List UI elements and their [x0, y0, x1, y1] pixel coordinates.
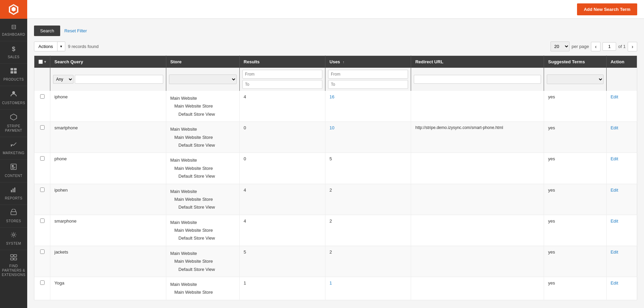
uses-sort-icon: ↑ [343, 60, 344, 64]
col-search-query: Search Query [50, 56, 166, 68]
svg-rect-19 [14, 258, 17, 260]
svg-point-15 [13, 234, 15, 236]
main-content: Add New Search Term Search Reset Filter … [27, 0, 644, 308]
search-query-cell: Yoga [50, 277, 166, 300]
table-row: smarphoneMain WebsiteMain Website StoreD… [34, 215, 637, 246]
prev-page-button[interactable]: ‹ [591, 42, 600, 51]
action-cell[interactable]: Edit [606, 153, 637, 184]
suggested-terms-cell: yes [544, 246, 607, 277]
col-action: Action [606, 56, 637, 68]
row-checkbox[interactable] [40, 94, 45, 99]
row-checkbox[interactable] [40, 218, 45, 223]
sidebar-item-sales[interactable]: $ SALES [0, 41, 27, 63]
col-store: Store [166, 56, 239, 68]
sidebar-item-system[interactable]: SYSTEM [0, 227, 27, 250]
sidebar-item-products[interactable]: PRODUCTS [0, 63, 27, 86]
edit-link[interactable]: Edit [611, 125, 618, 130]
filter-search-query-input[interactable] [75, 75, 163, 84]
sidebar-item-customers[interactable]: CUSTOMERS [0, 86, 27, 109]
edit-link[interactable]: Edit [611, 280, 618, 286]
select-all-caret[interactable]: ▾ [44, 60, 46, 64]
svg-rect-18 [11, 258, 13, 260]
row-checkbox[interactable] [40, 188, 45, 192]
customers-icon [10, 90, 17, 99]
sidebar-item-reports[interactable]: REPORTS [0, 182, 27, 205]
suggested-terms-cell: yes [544, 91, 607, 122]
uses-cell[interactable]: 1 [325, 277, 411, 300]
svg-rect-16 [11, 255, 13, 257]
suggested-terms-cell: yes [544, 184, 607, 215]
actions-label-button[interactable]: Actions [34, 42, 57, 51]
edit-link[interactable]: Edit [611, 156, 618, 161]
row-checkbox[interactable] [40, 125, 45, 130]
store-cell: Main WebsiteMain Website StoreDefault St… [166, 153, 239, 184]
select-all-checkbox[interactable] [38, 60, 43, 64]
filter-checkbox-cell [34, 68, 50, 91]
suggested-terms-cell: yes [544, 215, 607, 246]
actions-row: Actions ▾ 9 records found 20 30 50 100 2… [34, 42, 637, 51]
system-icon [11, 232, 17, 240]
edit-link[interactable]: Edit [611, 249, 618, 255]
redirect-url-cell [411, 215, 544, 246]
filter-uses [325, 68, 411, 91]
marketing-icon [10, 141, 17, 149]
row-checkbox[interactable] [40, 249, 45, 254]
action-cell[interactable]: Edit [606, 215, 637, 246]
action-cell[interactable]: Edit [606, 184, 637, 215]
row-checkbox[interactable] [40, 280, 45, 285]
store-cell: Main WebsiteMain Website StoreDefault St… [166, 91, 239, 122]
sidebar-item-content[interactable]: CONTENT [0, 159, 27, 182]
actions-dropdown[interactable]: Actions ▾ [34, 42, 65, 51]
add-new-search-term-button[interactable]: Add New Search Term [577, 3, 637, 15]
actions-caret-button[interactable]: ▾ [57, 42, 65, 51]
row-checkbox-cell [34, 122, 50, 153]
filter-suggested-terms-select[interactable]: Yes No [547, 75, 604, 84]
action-cell[interactable]: Edit [606, 122, 637, 153]
row-checkbox[interactable] [40, 156, 45, 161]
row-checkbox-cell [34, 184, 50, 215]
table-row: YogaMain WebsiteMain Website Store11yesE… [34, 277, 637, 300]
store-cell: Main WebsiteMain Website Store [166, 277, 239, 300]
filter-results-to[interactable] [242, 80, 322, 89]
edit-link[interactable]: Edit [611, 188, 618, 193]
uses-cell: 2 [325, 184, 411, 215]
uses-cell[interactable]: 16 [325, 91, 411, 122]
uses-cell[interactable]: 10 [325, 122, 411, 153]
filter-store-select[interactable] [169, 75, 237, 84]
filter-uses-to[interactable] [328, 80, 408, 89]
action-cell[interactable]: Edit [606, 277, 637, 300]
filter-any-select[interactable]: Any Yes No [53, 75, 73, 84]
search-button[interactable]: Search [34, 26, 60, 36]
svg-rect-0 [11, 68, 13, 70]
sidebar-item-find-partners[interactable]: FIND PARTNERS & EXTENSIONS [0, 250, 27, 281]
results-cell: 0 [239, 153, 325, 184]
page-number-input[interactable] [603, 42, 616, 51]
table-row: smartphoneMain WebsiteMain Website Store… [34, 122, 637, 153]
filter-redirect-url [411, 68, 544, 91]
action-cell[interactable]: Edit [606, 246, 637, 277]
filter-uses-from[interactable] [328, 70, 408, 79]
svg-marker-6 [11, 144, 12, 147]
filter-redirect-url-input[interactable] [414, 75, 541, 84]
page-size-select[interactable]: 20 30 50 100 200 [550, 42, 570, 51]
sidebar-item-dashboard[interactable]: ⊟ DASHBOARD [0, 19, 27, 41]
svg-rect-9 [12, 167, 15, 168]
sidebar-item-marketing[interactable]: MARKETING [0, 137, 27, 159]
sidebar-item-stores[interactable]: STORES [0, 205, 27, 227]
table-row: jacketsMain WebsiteMain Website StoreDef… [34, 246, 637, 277]
filter-results-from[interactable] [242, 70, 322, 79]
edit-link[interactable]: Edit [611, 218, 618, 224]
store-cell: Main WebsiteMain Website StoreDefault St… [166, 122, 239, 153]
redirect-url-cell [411, 184, 544, 215]
stripe-icon [10, 114, 17, 123]
action-cell[interactable]: Edit [606, 91, 637, 122]
find-partners-icon [10, 254, 17, 262]
sidebar-item-stripe[interactable]: STRIPE PAYMENT [0, 109, 27, 137]
table-row: iphoneMain WebsiteMain Website StoreDefa… [34, 91, 637, 122]
reset-filter-link[interactable]: Reset Filter [64, 28, 87, 33]
next-page-button[interactable]: › [628, 42, 637, 51]
edit-link[interactable]: Edit [611, 94, 618, 99]
filter-results [239, 68, 325, 91]
row-checkbox-cell [34, 91, 50, 122]
col-uses[interactable]: Uses ↑ [325, 56, 411, 68]
